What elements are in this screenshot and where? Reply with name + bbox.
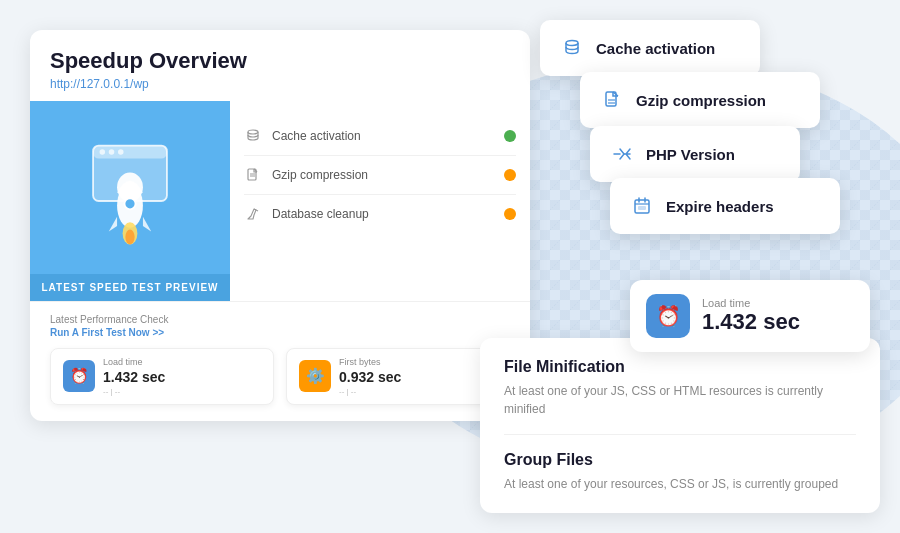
- popup-expire-label: Expire headers: [666, 198, 774, 215]
- svg-point-15: [566, 41, 578, 46]
- file-icon: [244, 166, 262, 184]
- check-label-gzip: Gzip compression: [272, 168, 504, 182]
- clock-icon-blue: ⏰: [63, 360, 95, 392]
- metric-title-loadtime: Load time: [103, 357, 165, 368]
- popup-php-label: PHP Version: [646, 146, 735, 163]
- file-minification-desc: At least one of your JS, CSS or HTML res…: [504, 382, 856, 418]
- rocket-area: LATEST SPEED TEST PREVIEW: [30, 101, 230, 301]
- check-label-db: Database cleanup: [272, 207, 504, 221]
- svg-rect-23: [638, 206, 646, 210]
- popup-php-icon: [608, 140, 636, 168]
- popup-php: PHP Version: [590, 126, 800, 182]
- popup-cache-label: Cache activation: [596, 40, 715, 57]
- rocket-label: LATEST SPEED TEST PREVIEW: [30, 274, 230, 301]
- gear-icon-orange: ⚙️: [299, 360, 331, 392]
- section-divider: [504, 434, 856, 435]
- metric-card-loadtime: ⏰ Load time 1.432 sec -- | --: [50, 348, 274, 405]
- svg-point-3: [109, 149, 115, 155]
- performance-metrics: ⏰ Load time 1.432 sec -- | -- ⚙️ First b…: [50, 348, 510, 405]
- metric-title-firstbytes: First bytes: [339, 357, 401, 368]
- broom-icon: [244, 205, 262, 223]
- svg-point-9: [125, 230, 134, 245]
- database-icon: [244, 127, 262, 145]
- file-minification-title: File Minification: [504, 358, 856, 376]
- popup-expire: Expire headers: [610, 178, 840, 234]
- perf-label: Latest Performance Check: [50, 314, 510, 325]
- popup-gzip: Gzip compression: [580, 72, 820, 128]
- group-files-title: Group Files: [504, 451, 856, 469]
- popup-loadtime: ⏰ Load time 1.432 sec: [630, 280, 870, 352]
- group-files-desc: At least one of your resources, CSS or J…: [504, 475, 856, 493]
- popup-cache-icon: [558, 34, 586, 62]
- popup-gzip-label: Gzip compression: [636, 92, 766, 109]
- check-status-db: [504, 208, 516, 220]
- popup-cache: Cache activation: [540, 20, 760, 76]
- metric-info-firstbytes: First bytes 0.932 sec -- | --: [339, 357, 401, 396]
- svg-point-10: [248, 130, 258, 134]
- run-test-link[interactable]: Run A First Test Now >>: [50, 327, 510, 338]
- loadtime-title: Load time: [702, 297, 800, 309]
- metric-sub-loadtime: -- | --: [103, 387, 165, 396]
- check-status-cache: [504, 130, 516, 142]
- popup-gzip-icon: [598, 86, 626, 114]
- rocket-illustration: [85, 141, 175, 261]
- dashboard-title: Speedup Overview: [50, 48, 510, 74]
- checks-list: Cache activation Gzip compression: [230, 101, 530, 301]
- loadtime-info: Load time 1.432 sec: [702, 297, 800, 335]
- loadtime-value: 1.432 sec: [702, 309, 800, 335]
- svg-point-4: [118, 149, 124, 155]
- check-item-db: Database cleanup: [244, 195, 516, 233]
- info-card: File Minification At least one of your J…: [480, 338, 880, 513]
- metric-sub-firstbytes: -- | --: [339, 387, 401, 396]
- dashboard-header: Speedup Overview http://127.0.0.1/wp: [30, 30, 530, 101]
- clock-icon-loadtime: ⏰: [646, 294, 690, 338]
- check-item-gzip: Gzip compression: [244, 156, 516, 195]
- dashboard-body: LATEST SPEED TEST PREVIEW Cache activati…: [30, 101, 530, 301]
- metric-info-loadtime: Load time 1.432 sec -- | --: [103, 357, 165, 396]
- svg-point-7: [124, 198, 135, 209]
- check-status-gzip: [504, 169, 516, 181]
- svg-point-2: [100, 149, 106, 155]
- check-label-cache: Cache activation: [272, 129, 504, 143]
- popup-expire-icon: [628, 192, 656, 220]
- metric-value-firstbytes: 0.932 sec: [339, 368, 401, 386]
- metric-value-loadtime: 1.432 sec: [103, 368, 165, 386]
- check-item-cache: Cache activation: [244, 117, 516, 156]
- dashboard-card: Speedup Overview http://127.0.0.1/wp: [30, 30, 530, 421]
- performance-footer: Latest Performance Check Run A First Tes…: [30, 301, 530, 421]
- dashboard-url[interactable]: http://127.0.0.1/wp: [50, 77, 510, 91]
- metric-card-firstbytes: ⚙️ First bytes 0.932 sec -- | --: [286, 348, 510, 405]
